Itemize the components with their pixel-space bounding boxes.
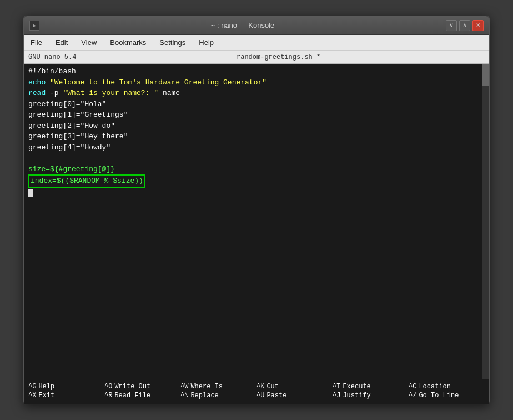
shortcut-label-replace: Replace [190, 392, 218, 399]
shortcut-key-justify: ^J [333, 392, 340, 399]
shortcut-key-execute: ^T [333, 383, 340, 391]
shortcut-label-help: Help [38, 383, 54, 391]
shortcut-key-paste: ^U [256, 392, 264, 399]
shortcut-key-gotoline: ^/ [409, 392, 416, 399]
shortcut-label-exit: Exit [38, 392, 54, 399]
shortcut-key-whereis: ^W [180, 383, 188, 391]
code-line-1: #!/bin/bash [28, 66, 485, 77]
shortcut-label-cut: Cut [266, 383, 279, 391]
shortcut-label-readfile: Read File [114, 392, 150, 399]
title-bar-left: ▶ [29, 21, 39, 31]
shortcut-exit: ^X Exit [28, 392, 104, 399]
shortcut-key-help: ^G [28, 383, 36, 391]
code-line-4: greeting[0]="Hola" [28, 99, 485, 110]
shortcut-label-writeout: Write Out [114, 383, 150, 391]
nano-header: GNU nano 5.4 random-greetings.sh * [24, 51, 489, 64]
shortcut-label-paste: Paste [266, 392, 286, 399]
code-line-11: index=$(($RANDOM % $size)) [28, 174, 485, 188]
menu-settings[interactable]: Settings [157, 37, 188, 48]
scrollbar-thumb[interactable] [482, 64, 489, 86]
shortcut-whereis: ^W Where Is [180, 383, 256, 391]
shortcut-justify: ^J Justify [333, 392, 409, 399]
code-line-5: greeting[1]="Greetings" [28, 109, 485, 121]
shortcut-key-writeout: ^O [104, 383, 112, 391]
shortcut-bar: ^G Help ^O Write Out ^W Where Is ^K Cut … [24, 379, 489, 404]
shortcut-label-whereis: Where Is [190, 383, 223, 391]
close-button[interactable]: ✕ [472, 20, 484, 31]
shortcut-location: ^C Location [409, 383, 485, 391]
scrollbar[interactable] [482, 64, 489, 379]
code-line-2: echo "Welcome to the Tom's Hardware Gree… [28, 77, 485, 88]
shortcut-label-justify: Justify [343, 392, 370, 399]
window-controls: ∨ ∧ ✕ [446, 20, 484, 31]
code-line-8: greeting[4]="Howdy" [28, 142, 485, 153]
title-bar: ▶ ~ : nano — Konsole ∨ ∧ ✕ [24, 16, 489, 35]
nano-filename: random-greetings.sh * [237, 53, 320, 61]
code-line-10: size=${#greeting[@]} [28, 164, 485, 175]
code-line-6: greeting[2]="How do" [28, 121, 485, 132]
window-title: ~ : nano — Konsole [211, 21, 275, 29]
shortcut-writeout: ^O Write Out [104, 383, 180, 391]
maximize-button[interactable]: ∧ [459, 20, 470, 31]
menu-view[interactable]: View [79, 37, 99, 48]
menu-bar: File Edit View Bookmarks Settings Help [24, 35, 489, 51]
code-line-9 [28, 153, 485, 164]
menu-help[interactable]: Help [197, 37, 216, 48]
shortcut-key-exit: ^X [28, 392, 36, 399]
shortcut-cut: ^K Cut [256, 383, 333, 391]
nano-header-right [481, 53, 485, 61]
shortcut-key-readfile: ^R [104, 392, 112, 399]
editor-area[interactable]: #!/bin/bash echo "Welcome to the Tom's H… [24, 64, 489, 379]
shortcut-replace: ^\ Replace [180, 392, 256, 399]
shortcut-help: ^G Help [28, 383, 104, 391]
code-line-12 [28, 188, 485, 199]
shortcut-label-location: Location [419, 383, 451, 391]
code-line-3: read -p "What is your name?: " name [28, 88, 485, 99]
shortcut-key-cut: ^K [256, 383, 264, 391]
shortcut-key-location: ^C [409, 383, 416, 391]
menu-edit[interactable]: Edit [53, 37, 70, 48]
konsole-window: ▶ ~ : nano — Konsole ∨ ∧ ✕ File Edit Vie… [23, 16, 490, 404]
minimize-button[interactable]: ∨ [446, 20, 457, 31]
shortcut-execute: ^T Execute [333, 383, 409, 391]
shortcut-label-gotoline: Go To Line [419, 392, 459, 399]
shortcut-key-replace: ^\ [180, 392, 188, 399]
nano-version: GNU nano 5.4 [28, 53, 76, 61]
shortcut-gotoline: ^/ Go To Line [409, 392, 485, 399]
code-line-7: greeting[3]="Hey there" [28, 131, 485, 142]
shortcut-row-2: ^X Exit ^R Read File ^\ Replace ^U Paste… [28, 392, 485, 399]
shortcut-readfile: ^R Read File [104, 392, 180, 399]
menu-file[interactable]: File [28, 37, 44, 48]
terminal-icon: ▶ [29, 21, 39, 31]
shortcut-row-1: ^G Help ^O Write Out ^W Where Is ^K Cut … [28, 383, 485, 391]
shortcut-paste: ^U Paste [256, 392, 333, 399]
menu-bookmarks[interactable]: Bookmarks [108, 37, 148, 48]
shortcut-label-execute: Execute [343, 383, 370, 391]
